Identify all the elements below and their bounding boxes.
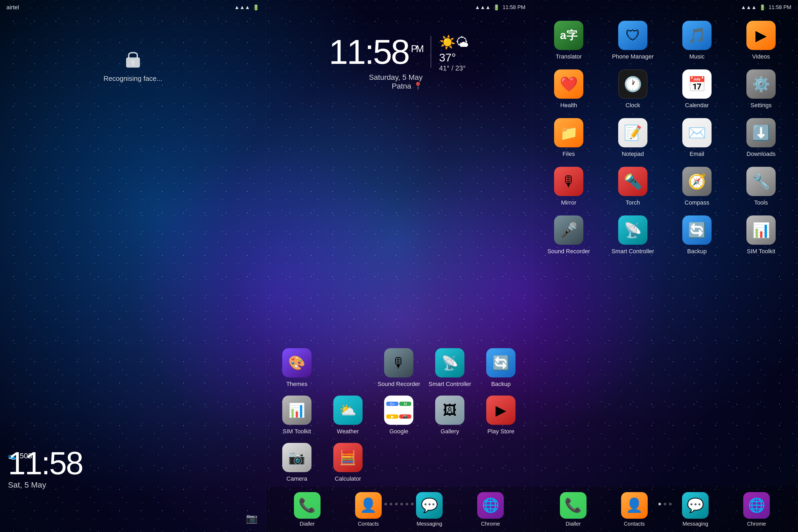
contacts-icon: 👤 <box>360 497 377 513</box>
app-translator[interactable]: a字 Translator <box>537 16 600 63</box>
mirror-icon: 🎙 <box>562 173 576 190</box>
smart-controller2-icon: 📡 <box>624 222 642 239</box>
p2-app-2[interactable]: 🎙Sound Recorder <box>374 343 424 391</box>
google-icon: G+ M ▶ 📷 <box>384 396 413 425</box>
p2-app-11[interactable]: 🧮Calculator <box>322 438 374 486</box>
label-4: Backup <box>491 381 510 387</box>
status-bar-panel2: ▲▲▲ 🔋 11:58 PM <box>266 0 532 15</box>
dock-messaging[interactable]: 💬 Messaging <box>416 492 443 527</box>
label-8: Gallery <box>440 428 459 435</box>
p2-app-9[interactable]: ▶Play Store <box>475 391 527 438</box>
app-label-music: Music <box>689 53 704 60</box>
app-mirror[interactable]: 🎙 Mirror <box>537 162 600 209</box>
status-right-panel2: ▲▲▲ 🔋 11:58 PM <box>475 4 525 11</box>
app-health[interactable]: ❤️ Health <box>537 65 600 112</box>
date-text: Saturday, 5 May <box>369 73 423 81</box>
app-smart-controller2[interactable]: 📡 Smart Controller <box>602 211 664 258</box>
status-right-panel1: ▲▲▲ 🔋 <box>234 4 259 11</box>
lock-clock-time: 11:58 <box>8 447 82 479</box>
app-label-phone-manager: Phone Manager <box>612 53 654 60</box>
app-email[interactable]: ✉️ Email <box>666 113 728 161</box>
dock-dialler3-label: Dialler <box>566 521 581 527</box>
app-label-tools: Tools <box>754 199 768 206</box>
p2-app-1 <box>322 343 374 391</box>
battery-icon3: 🔋 <box>759 4 766 11</box>
dock-dialler3[interactable]: 📞 Dialler <box>560 492 587 527</box>
app-clock[interactable]: 🕐 Clock <box>602 65 664 112</box>
weather-icon: ☀️🌤 <box>439 35 469 50</box>
weather-temp: 37° <box>439 51 456 64</box>
location-text: Patna <box>392 82 411 90</box>
dock-contacts[interactable]: 👤 Contacts <box>355 492 382 527</box>
app-calendar[interactable]: 📅 Calendar <box>666 65 728 112</box>
dock-chrome-label: Chrome <box>481 521 500 527</box>
app-sound-recorder2[interactable]: 🎤 Sound Recorder <box>537 211 600 258</box>
app-music[interactable]: 🎵 Music <box>666 16 728 63</box>
app-tools[interactable]: 🔧 Tools <box>730 162 793 209</box>
chrome-icon: 🌐 <box>482 497 499 513</box>
dock-chrome3-label: Chrome <box>747 521 766 527</box>
p2-app-7[interactable]: G+ M ▶ 📷 Google <box>374 391 424 438</box>
tools-icon: 🔧 <box>752 173 770 190</box>
music-icon: 🎵 <box>688 27 706 44</box>
dock-messaging3[interactable]: 💬 Messaging <box>682 492 709 527</box>
icon-6: ⛅ <box>333 396 363 425</box>
widget-divider <box>431 36 431 68</box>
dock-contacts3[interactable]: 👤 Contacts <box>621 492 648 527</box>
app-settings[interactable]: ⚙️ Settings <box>730 65 793 112</box>
app-drawer-panel: ▲▲▲ 🔋 11:58 PM a字 Translator 🛡 Phone Man… <box>532 0 798 532</box>
icon-5: 📊 <box>282 396 311 425</box>
torch-icon: 🔦 <box>624 173 642 190</box>
p2-app-4[interactable]: 🔄Backup <box>475 343 527 391</box>
app-downloads[interactable]: ⬇️ Downloads <box>730 113 793 161</box>
time-label3: 11:58 PM <box>768 4 791 11</box>
icon-10: 📷 <box>282 443 311 472</box>
dock-dialler[interactable]: 📞 Dialler <box>294 492 321 527</box>
camera-button[interactable]: 📷 <box>246 513 258 524</box>
dialler-icon: 📞 <box>299 497 316 513</box>
lock-clock: 11:58 Sat, 5 May <box>8 447 82 490</box>
p2-app-0[interactable]: 🎨Themes <box>271 343 322 391</box>
p2-app-10[interactable]: 📷Camera <box>271 438 322 486</box>
battery-icon2: 🔋 <box>493 4 500 11</box>
dialler3-icon: 📞 <box>565 497 582 513</box>
icon-0: 🎨 <box>282 348 311 377</box>
p2-app-6[interactable]: ⛅Weather <box>322 391 374 438</box>
app-label-smart-controller2: Smart Controller <box>611 248 654 255</box>
status-bar-panel3: ▲▲▲ 🔋 11:58 PM <box>532 0 798 15</box>
app-files[interactable]: 📁 Files <box>537 113 600 161</box>
phone-manager-icon: 🛡 <box>626 27 640 44</box>
app-backup2[interactable]: 🔄 Backup <box>666 211 728 258</box>
compass-icon: 🧭 <box>688 173 706 190</box>
app-torch[interactable]: 🔦 Torch <box>602 162 664 209</box>
widget-time-big: 11:58PM <box>329 33 422 71</box>
sim-toolkit2-icon: 📊 <box>752 222 770 239</box>
widget-date: Saturday, 5 May Patna 📍 <box>329 73 422 91</box>
status-bar-panel1: airtel ▲▲▲ 🔋 <box>0 0 266 15</box>
app-drawer-grid: a字 Translator 🛡 Phone Manager 🎵 Music ▶ <box>532 0 798 258</box>
app-label-files: Files <box>563 151 575 157</box>
app-compass[interactable]: 🧭 Compass <box>666 162 728 209</box>
sound-recorder2-icon: 🎤 <box>560 222 578 239</box>
p2-app-8[interactable]: 🖼Gallery <box>424 391 475 438</box>
label-9: Play Store <box>487 428 514 435</box>
p2-app-5[interactable]: 📊SIM Toolkit <box>271 391 322 438</box>
email-icon: ✉️ <box>688 124 706 141</box>
app-notepad[interactable]: 📝 Notepad <box>602 113 664 161</box>
icon-4: 🔄 <box>486 348 515 377</box>
dock-chrome[interactable]: 🌐 Chrome <box>477 492 504 527</box>
label-11: Calculator <box>335 475 361 482</box>
app-videos[interactable]: ▶ Videos <box>730 16 793 63</box>
carrier-label: airtel <box>6 4 19 11</box>
app-phone-manager[interactable]: 🛡 Phone Manager <box>602 16 664 63</box>
notepad-icon: 📝 <box>624 124 642 141</box>
label-2: Sound Recorder <box>377 381 420 387</box>
app-sim-toolkit2[interactable]: 📊 SIM Toolkit <box>730 211 793 258</box>
app-label-translator: Translator <box>556 53 582 60</box>
weather-range: 41° / 23° <box>439 64 466 72</box>
dock-chrome3[interactable]: 🌐 Chrome <box>743 492 770 527</box>
p2-app-3[interactable]: 📡Smart Controller <box>424 343 475 391</box>
app-label-clock: Clock <box>625 102 640 109</box>
label-3: Smart Controller <box>429 381 471 387</box>
signal-icon2: ▲▲▲ <box>475 4 491 11</box>
